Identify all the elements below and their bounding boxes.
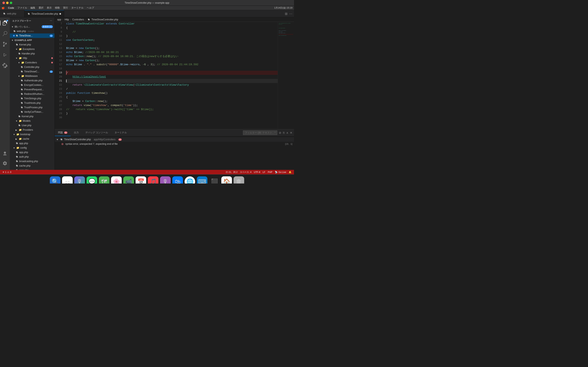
folder-config[interactable]: ▼ 📁 config	[10, 146, 54, 150]
breadcrumb-file[interactable]: TimeShowController.php	[91, 18, 118, 21]
dock-photos[interactable]: 🌸	[111, 176, 122, 184]
file-redirectifauthen[interactable]: 🐘 RedirectIfAuthen...	[10, 92, 54, 96]
file-trusthosts[interactable]: 🐘 TrustHosts.php	[10, 101, 54, 105]
file-controller[interactable]: 🐘 Controller.php	[10, 65, 54, 69]
activity-run[interactable]	[0, 50, 10, 60]
dock-vscode[interactable]: ⌨	[197, 176, 208, 184]
dock-maps[interactable]: 🗺	[99, 176, 109, 184]
dock-music[interactable]: 🎵	[148, 176, 158, 184]
file-handler[interactable]: 🐘 Handler.php	[10, 51, 54, 56]
file-config-cache[interactable]: 🐘 cache.php	[10, 164, 54, 168]
status-language[interactable]: PHP	[267, 171, 273, 173]
file-trimstrings[interactable]: 🐘 TrimStrings.php	[10, 96, 54, 101]
folder-providers[interactable]: ▶ 📁 Providers	[10, 128, 54, 132]
split-editor-icon[interactable]: ⊞	[285, 12, 287, 16]
dock-finder2[interactable]: 🏠	[221, 176, 232, 184]
menu-terminal[interactable]: ターミナル	[71, 6, 84, 9]
dock-launchpad[interactable]: ⚏	[62, 176, 73, 184]
file-user[interactable]: 🐘 User.php	[10, 123, 54, 128]
sidebar-scroll[interactable]: ▼ 開いているエ... 未保存 (1) 🐘 web.php routes 🐘 T…	[10, 25, 54, 170]
menu-edit[interactable]: 編集	[30, 6, 35, 9]
example-app-header[interactable]: ▼ EXAMPLE-APP	[10, 38, 54, 42]
menu-file[interactable]: ファイル	[17, 6, 27, 9]
sidebar-more-icon[interactable]: ⋯	[50, 20, 52, 22]
file-config-cors[interactable]: 🐘 cors.php	[10, 168, 54, 170]
status-go-live[interactable]: 📡 Go Live	[274, 171, 287, 174]
folder-bootstrap[interactable]: ▼ 📁 bootstrap	[10, 132, 54, 137]
folder-exceptions[interactable]: ▼ 📁 Exceptions	[10, 47, 54, 51]
activity-source-control[interactable]	[0, 39, 10, 49]
folder-models[interactable]: ▼ 📁 Models	[10, 119, 54, 123]
error-item[interactable]: ⊗ syntax error, unexpected '/', expectin…	[55, 142, 294, 146]
open-editors-header[interactable]: ▼ 開いているエ... 未保存 (1)	[10, 25, 54, 29]
file-preventrequest[interactable]: 🐘 PreventRequest...	[10, 87, 54, 92]
panel-tab-output[interactable]: 出力	[71, 129, 82, 136]
panel-tab-problems[interactable]: 問題 1	[55, 129, 71, 136]
file-timeshowcontroller[interactable]: 🐘 TimeShowC... 1	[10, 69, 54, 74]
file-config-auth[interactable]: 🐘 auth.php	[10, 155, 54, 159]
menu-code[interactable]: Code	[8, 7, 14, 9]
dock-finder[interactable]: 🔍	[50, 176, 61, 184]
activity-extensions[interactable]	[0, 60, 10, 70]
file-config-broadcasting[interactable]: 🐘 broadcasting.php	[10, 159, 54, 164]
dock-siri[interactable]: 🎙	[74, 176, 85, 184]
file-kernel[interactable]: 🐘 Kernel.php	[10, 42, 54, 47]
filter-input[interactable]	[243, 131, 277, 135]
menu-move[interactable]: 移動	[55, 6, 60, 9]
file-verifycsrftoken[interactable]: 🐘 VerifyCsrfToken...	[10, 110, 54, 114]
status-line-ending[interactable]: LF	[262, 171, 266, 173]
code-editor[interactable]: 7 8 9 10 11 12 13 14 15 16 17 18 19 20	[55, 22, 294, 129]
menu-help[interactable]: ヘルプ	[87, 6, 94, 9]
file-authenticate[interactable]: 🐘 Authenticate.php	[10, 78, 54, 83]
breadcrumb-http[interactable]: Http	[65, 18, 69, 21]
status-line[interactable]: 行 21、列 2	[225, 171, 238, 174]
file-config-app[interactable]: 🐘 app.php	[10, 150, 54, 155]
activity-account[interactable]	[0, 149, 10, 158]
status-encoding[interactable]: UTF-8	[253, 171, 261, 173]
activity-search[interactable]	[0, 29, 10, 39]
file-bootstrap-app[interactable]: 🐘 app.php	[10, 141, 54, 146]
dock-appstore[interactable]: 🛍	[172, 176, 183, 184]
dock-trash[interactable]: 🗑	[233, 176, 244, 184]
tab-timeshowcontroller[interactable]: 🐘 TimeShowController.php	[25, 10, 64, 17]
folder-middleware[interactable]: ▼ 📁 Middleware	[10, 74, 54, 78]
menu-run[interactable]: 実行	[63, 6, 68, 9]
collapse-icon[interactable]: ∧	[286, 131, 288, 134]
folder-http[interactable]: ▼ 📁 Http	[10, 56, 54, 60]
panel-tab-debug[interactable]: デバッグ コンソール	[82, 129, 111, 136]
status-error-count[interactable]: ✕ 1 ⚠ 0	[2, 171, 12, 174]
copy-icon[interactable]: ⎘	[283, 131, 285, 134]
folder-cache[interactable]: ▶ 📁 cache	[10, 137, 54, 141]
code-lines[interactable]: class TimeShowController extends Control…	[65, 22, 278, 129]
status-notification[interactable]: 🔔	[288, 171, 292, 174]
more-actions-icon[interactable]: ⋯	[289, 12, 292, 16]
dock-chrome[interactable]: 🌐	[185, 176, 195, 184]
tab-web-php[interactable]: 🐘 web.php	[0, 10, 25, 17]
error-file-header[interactable]: ▼ 🐘 TimeShowController.php app/Http/Cont…	[55, 137, 294, 142]
menu-view[interactable]: 表示	[47, 6, 52, 9]
activity-settings[interactable]	[0, 158, 10, 168]
activity-explorer[interactable]: 1	[0, 18, 10, 28]
file-trustproxies[interactable]: 🐘 TrustProxies.php	[10, 105, 54, 110]
close-button[interactable]	[2, 2, 5, 4]
folder-controllers[interactable]: ▼ 📁 Controllers	[10, 60, 54, 65]
menu-select[interactable]: 選択	[39, 6, 43, 9]
dock-calendar[interactable]: 📅	[136, 176, 146, 184]
maximize-button[interactable]	[10, 2, 12, 4]
breadcrumb-app[interactable]: app	[57, 18, 61, 21]
menu-apple[interactable]: 🍎	[2, 7, 5, 9]
open-file-timeshowcontroller[interactable]: 🐘 TimeShow... 1	[10, 33, 54, 38]
minimize-button[interactable]	[6, 2, 9, 4]
filter-icon[interactable]: ⊘	[279, 131, 281, 134]
status-spaces[interactable]: スペース: 4	[239, 171, 252, 174]
panel-tab-terminal[interactable]: ターミナル	[111, 129, 130, 136]
dock-facetime[interactable]: 📹	[123, 176, 134, 184]
breadcrumb-controllers[interactable]: Controllers	[72, 18, 84, 21]
dock-terminal[interactable]: ⬛	[209, 176, 220, 184]
file-encryptcookies[interactable]: 🐘 EncryptCookies...	[10, 83, 54, 87]
open-file-web-php[interactable]: 🐘 web.php routes	[10, 29, 54, 33]
dock-podcasts[interactable]: 🎙	[160, 176, 171, 184]
close-icon[interactable]: ✕	[290, 131, 292, 134]
file-http-kernel[interactable]: 🐘 Kernel.php	[10, 114, 54, 119]
dock-messages[interactable]: 💬	[86, 176, 97, 184]
